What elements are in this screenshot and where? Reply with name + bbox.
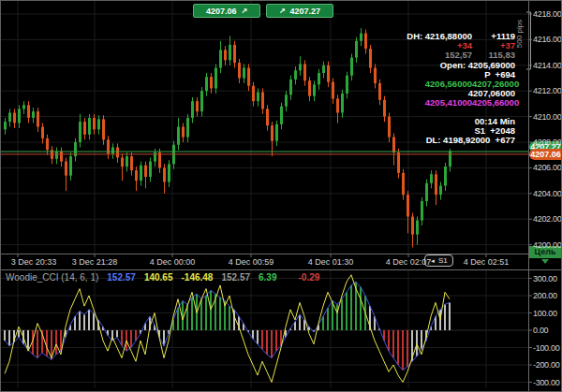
indicator-value: -0.29 — [298, 272, 319, 283]
sell-arrow-icon: ↗ — [241, 7, 247, 15]
indicator-value: 140.65 — [144, 272, 173, 283]
price-axis-label: 4202.00 — [533, 214, 561, 224]
price-axis-label: 4212.00 — [533, 86, 561, 95]
time-axis-label: 4 Dec 01:30 — [299, 257, 362, 267]
time-axis-label: 3 Dec 21:28 — [63, 257, 126, 267]
price-axis-label: 4210.00 — [533, 112, 561, 122]
bid-price-badge: 4207.06 — [529, 149, 562, 160]
cci-axis-label: -200.00 — [533, 360, 559, 370]
info-value: 4206,56000 — [425, 80, 472, 89]
info-value: DL: 4198,92000 +677 — [426, 136, 515, 145]
target-arrow-icon — [541, 259, 549, 264]
indicator-name: Woodie_CCI (14, 6, 1) — [6, 272, 98, 283]
price-axis-label: 4218.00 — [533, 9, 561, 19]
price-axis-label: 4216.00 — [533, 35, 561, 44]
time-axis-label: 4 Dec 00:00 — [140, 257, 204, 267]
time-axis-label: 4 Dec 00:59 — [219, 257, 283, 267]
price-axis-label: 4208.00 — [533, 138, 561, 147]
price-axis-label: 4204.00 — [533, 189, 561, 198]
cci-axis-label: 0.00 — [533, 326, 548, 335]
buy-price: 4207.27 — [290, 7, 321, 16]
indicator-value: 152.57 — [107, 272, 136, 283]
cci-axis-label: 200.00 — [533, 291, 557, 300]
buy-arrow-icon: ↗ — [279, 7, 286, 15]
buy-button[interactable]: ↗ 4207.27 — [266, 4, 333, 18]
indicator-value: -146.48 — [182, 272, 214, 283]
trading-chart-window: 4207.06 ↗ ↗ 4207.27 DH: 4216,88000+1119+… — [0, 0, 562, 392]
price-axis-label: 4200.00 — [533, 240, 561, 250]
info-value: 4205,66000 — [472, 98, 515, 108]
cci-axis-label: -300.00 — [533, 378, 559, 387]
cci-axis-label: -100.00 — [533, 343, 559, 353]
sell-price: 4207.06 — [206, 7, 237, 16]
time-axis-label: 3 Dec 20:33 — [2, 257, 66, 267]
time-axis-label: 4 Dec 02:51 — [454, 257, 518, 267]
sell-button[interactable]: 4207.06 ↗ — [193, 4, 260, 18]
indicator-header: Woodie_CCI (14, 6, 1) 152.57140.65-146.4… — [6, 272, 319, 283]
indicator-value: 6.39 — [259, 272, 276, 283]
pips-range-label: 500 pips — [515, 13, 525, 54]
market-info-panel: DH: 4216,88000+1119+34+37152,57115,83Ope… — [407, 32, 515, 145]
price-axis-label: 4206.00 — [533, 163, 561, 172]
info-row: DL: 4198,92000 +677 — [407, 136, 515, 145]
info-row: 4205,410004205,66000 — [407, 98, 515, 108]
price-axis-label: 4214.00 — [533, 61, 561, 70]
info-value: 4205,41000 — [425, 98, 472, 108]
indicator-value: 152.57 — [221, 272, 250, 283]
cci-axis-label: 300.00 — [533, 274, 557, 283]
cci-axis-label: 100.00 — [533, 309, 557, 318]
time-axis-label: 4 Dec 02:07 — [377, 257, 440, 267]
